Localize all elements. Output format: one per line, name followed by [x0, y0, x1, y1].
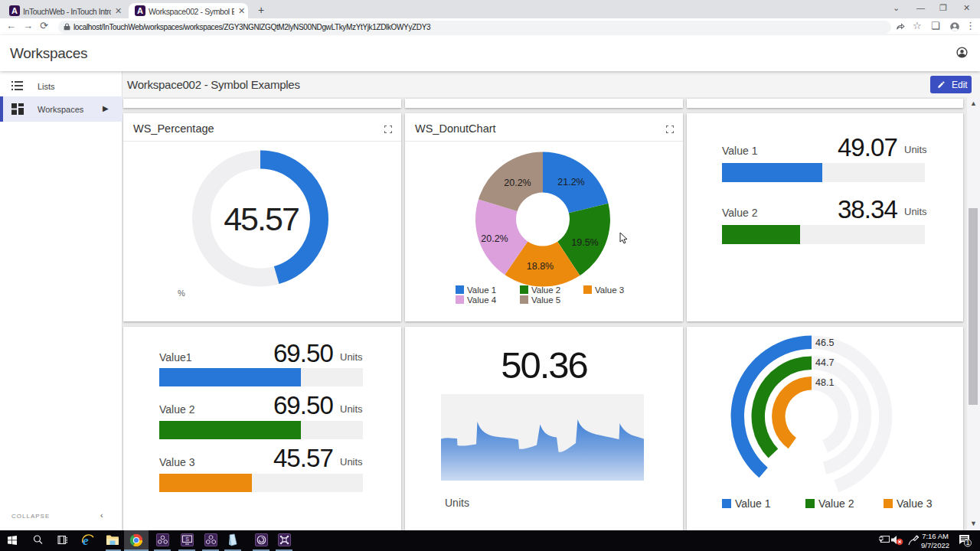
svg-text:21.2%: 21.2%: [557, 177, 584, 187]
svg-text:Value 4: Value 4: [467, 295, 497, 305]
svg-text:Value 1: Value 1: [467, 285, 496, 295]
svg-text:46.5: 46.5: [815, 337, 834, 348]
svg-text:48.1: 48.1: [815, 377, 834, 388]
svg-text:20.2%: 20.2%: [481, 233, 508, 244]
svg-text:Value 3: Value 3: [595, 285, 624, 295]
svg-text:%: %: [178, 289, 185, 298]
svg-text:44.7: 44.7: [815, 357, 834, 368]
svg-text:19.5%: 19.5%: [571, 237, 598, 248]
svg-text:e: e: [83, 533, 89, 548]
svg-text:Value 3: Value 3: [897, 497, 933, 510]
svg-text:Value 1: Value 1: [735, 497, 771, 510]
svg-text:20.2%: 20.2%: [504, 178, 531, 188]
svg-text:18.8%: 18.8%: [527, 261, 554, 272]
svg-text:Value 5: Value 5: [531, 295, 560, 305]
svg-text:Value 2: Value 2: [818, 497, 854, 510]
svg-text:1: 1: [966, 539, 970, 546]
svg-text:45.57: 45.57: [224, 201, 299, 237]
svg-text:Value 2: Value 2: [531, 285, 560, 295]
svg-text:S: S: [185, 536, 189, 542]
